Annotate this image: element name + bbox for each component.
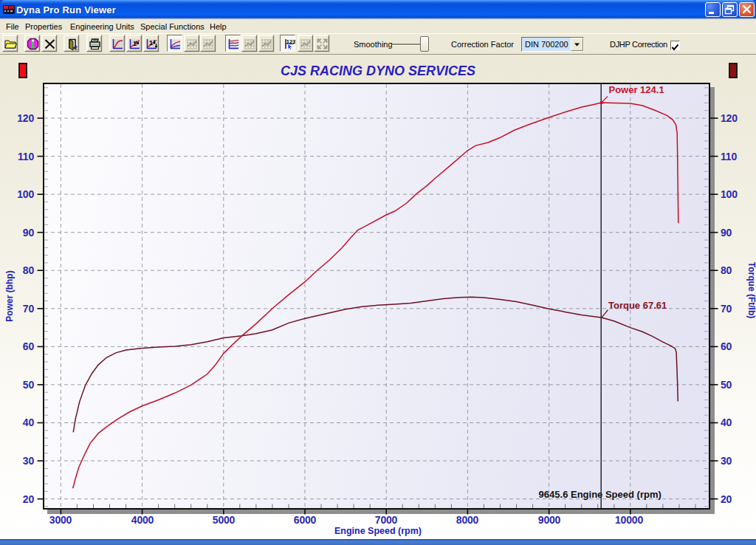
svg-text:Torque 67.61: Torque 67.61: [608, 300, 667, 311]
svg-text:1: 1: [149, 39, 153, 47]
svg-text:1: 1: [133, 40, 137, 47]
svg-text:9645.6 Engine Speed (rpm): 9645.6 Engine Speed (rpm): [539, 489, 662, 500]
svg-text:Power 124.1: Power 124.1: [609, 84, 664, 95]
